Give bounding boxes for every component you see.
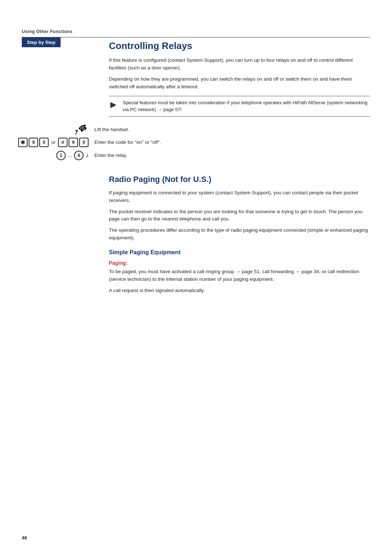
- controlling-relays-para1: If this feature is configured (contact S…: [109, 57, 370, 72]
- nine-key-right: 9: [69, 138, 78, 147]
- radio-paging-para2: The pocket receiver indicates to the per…: [109, 208, 370, 223]
- nine-key-left: 9: [29, 138, 38, 147]
- handset-icon: ↗☎: [72, 122, 89, 137]
- radio-paging-right: Radio Paging (Not for U.S.) If paging eq…: [102, 164, 370, 298]
- relay-ellipsis: ...: [68, 153, 72, 158]
- note-text: Special features must be taken into cons…: [123, 99, 370, 113]
- controlling-relays-title: Controlling Relays: [109, 40, 370, 52]
- zero-key-right: 0: [79, 138, 89, 147]
- two-col-layout: Step by Step Controlling Relays If this …: [22, 37, 370, 122]
- step-1-text: Lift the handset.: [94, 127, 370, 132]
- note-arrow-icon: ▶: [110, 100, 119, 109]
- code-icons-left: ✱ 9 0 or # 9 0: [18, 138, 89, 147]
- left-column: Step by Step: [22, 37, 102, 122]
- radio-paging-para1: If paging equipment is connected to your…: [109, 189, 370, 204]
- radio-paging-title: Radio Paging (Not for U.S.): [109, 175, 370, 184]
- step-2-text: Enter the code for "on" or "off".: [94, 139, 370, 145]
- radio-paging-para3: The operating procedures differ accordin…: [109, 227, 370, 242]
- radio-paging-left: [22, 164, 102, 298]
- radio-paging-section: Radio Paging (Not for U.S.) If paging eq…: [22, 164, 370, 298]
- step-1-row: ↗☎ Lift the handset.: [22, 125, 370, 134]
- step-3-text: Enter the relay.: [94, 153, 370, 158]
- step-3-icon: 1 ... 4 ♪: [22, 151, 94, 160]
- right-column: Controlling Relays If this feature is co…: [102, 37, 370, 122]
- step-1-icon: ↗☎: [22, 125, 94, 134]
- note-box: ▶ Special features must be taken into co…: [109, 96, 370, 117]
- page-number: 46: [22, 535, 27, 540]
- relay-num-4: 4: [74, 151, 83, 160]
- star-key: ✱: [18, 138, 28, 147]
- controlling-relays-para2: Depending on how they are programmed, yo…: [109, 76, 370, 91]
- simple-paging-title: Simple Paging Equipment: [109, 249, 370, 256]
- simple-paging-para1: To be paged, you must have activated a c…: [109, 268, 370, 283]
- zero-key-left: 0: [39, 138, 49, 147]
- step-2-icon: ✱ 9 0 or # 9 0: [22, 138, 94, 147]
- paging-label: Paging:: [109, 260, 370, 266]
- relay-num-1: 1: [56, 151, 66, 160]
- bell-icon: ♪: [86, 152, 89, 159]
- relay-icons: 1 ... 4 ♪: [56, 151, 89, 160]
- step-2-row: ✱ 9 0 or # 9 0 Enter the code for "on" o…: [22, 138, 370, 147]
- or-label: or: [51, 139, 56, 145]
- section-label: Using Other Functions: [22, 29, 370, 34]
- page-container: Using Other Functions Step by Step Contr…: [0, 0, 392, 555]
- step-by-step-box: Step by Step: [22, 37, 61, 47]
- hash-key: #: [58, 138, 68, 147]
- simple-paging-para2: A call request is then signaled automati…: [109, 287, 370, 295]
- step-3-row: 1 ... 4 ♪ Enter the relay.: [22, 151, 370, 160]
